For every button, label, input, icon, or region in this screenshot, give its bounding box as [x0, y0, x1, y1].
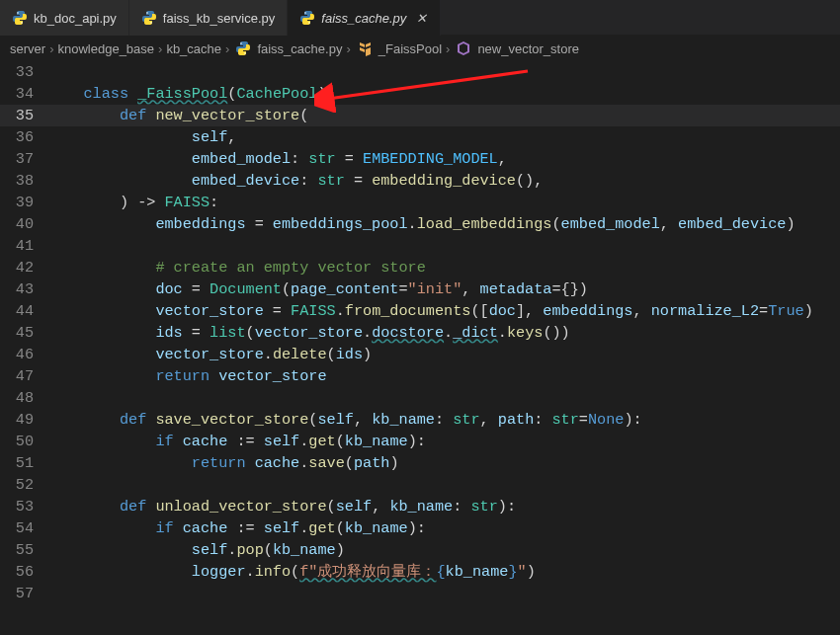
token: cache [183, 519, 228, 537]
token: ( [264, 541, 273, 559]
token: embed_device [678, 215, 786, 233]
line-number: 44 [0, 300, 47, 322]
token: := [227, 519, 263, 537]
token: self [317, 411, 353, 429]
method-icon [456, 40, 471, 56]
token: save [308, 454, 344, 472]
token: = [336, 150, 363, 168]
token: . [264, 346, 273, 363]
token: f"成功释放向量库： [299, 563, 436, 581]
breadcrumb-item[interactable]: _FaissPool [378, 41, 442, 56]
token: ) [363, 346, 372, 363]
token: = [345, 172, 372, 190]
breadcrumb-item[interactable]: kb_cache [166, 41, 221, 56]
token: path [354, 454, 389, 472]
token: ( [282, 280, 291, 298]
token: str [552, 411, 579, 429]
breadcrumb-item[interactable]: faiss_cache.py [257, 41, 342, 56]
token: pop [236, 541, 263, 559]
token: get [308, 519, 335, 537]
token: . [363, 324, 372, 342]
token: : [291, 150, 308, 168]
token: embed_model [561, 215, 660, 233]
line-number: 48 [0, 387, 47, 409]
line-number: 40 [0, 213, 47, 235]
tab-kb-doc-api[interactable]: kb_doc_api.py [0, 0, 129, 36]
breadcrumb-item[interactable]: knowledge_base [57, 41, 154, 56]
token: = [183, 324, 210, 342]
token: = [183, 280, 210, 298]
code-editor[interactable]: 33 34 class _FaissPool(CachePool): 35 de… [0, 61, 840, 604]
tab-faiss-cache[interactable]: faiss_cache.py ✕ [288, 0, 441, 36]
token: ) [804, 302, 813, 320]
token: { [436, 563, 445, 581]
token: save_vector_store [155, 411, 308, 429]
token: kb_name [345, 433, 408, 450]
token: , [498, 150, 507, 168]
token: . [246, 563, 255, 581]
token: embedding_device [372, 172, 516, 190]
token: . [299, 519, 308, 537]
token: if [155, 519, 182, 537]
token: Document [210, 280, 282, 298]
token: ): [317, 85, 335, 103]
svg-point-1 [21, 22, 23, 24]
token: ( [327, 346, 336, 363]
close-icon[interactable]: ✕ [414, 11, 428, 26]
token: = [759, 302, 768, 320]
line-number: 55 [0, 539, 47, 561]
svg-point-4 [304, 12, 306, 14]
token: = [246, 215, 273, 233]
python-file-icon [141, 10, 157, 26]
token: keys [507, 324, 543, 342]
token: None [588, 411, 624, 429]
line-number: 57 [0, 583, 47, 604]
token: ( [246, 324, 255, 342]
line-number: 34 [0, 83, 47, 105]
token: ): [624, 411, 641, 429]
token: = [398, 280, 407, 298]
token: kb_name [273, 541, 336, 559]
line-number: 52 [0, 474, 47, 496]
token: "init" [408, 280, 462, 298]
line-number: 36 [0, 126, 47, 148]
tab-faiss-kb-service[interactable]: faiss_kb_service.py [129, 0, 288, 36]
token: return [155, 367, 218, 385]
token: ids [155, 324, 182, 342]
python-file-icon [12, 10, 28, 26]
token: load_embeddings [417, 215, 552, 233]
token: , [660, 215, 678, 233]
token: FAISS [165, 194, 210, 211]
token: new_vector_store [155, 107, 299, 124]
breadcrumb-item[interactable]: server [10, 41, 45, 56]
token: docstore [372, 324, 444, 342]
token: ) [786, 215, 795, 233]
token: = [579, 411, 588, 429]
token: str [308, 150, 335, 168]
token: return [192, 454, 255, 472]
token: " [518, 563, 527, 581]
token: , [480, 411, 498, 429]
token: . [299, 433, 308, 450]
token: vector_store [155, 302, 263, 320]
token: cache [183, 433, 228, 450]
line-number: 35 [0, 105, 47, 126]
token: . [444, 324, 453, 342]
line-number: 56 [0, 561, 47, 583]
token: (), [516, 172, 543, 190]
token: kb_name [446, 563, 509, 581]
token: logger [192, 563, 246, 581]
line-number: 51 [0, 452, 47, 474]
token: ): [498, 498, 516, 516]
token: : [210, 194, 218, 211]
token: def [120, 498, 155, 516]
token: , [354, 411, 372, 429]
token: embeddings [543, 302, 632, 320]
breadcrumb-item[interactable]: new_vector_store [477, 41, 579, 56]
token: self [264, 519, 299, 537]
token: ([ [470, 302, 488, 320]
token: : [534, 411, 551, 429]
token: embed_model [192, 150, 291, 168]
token: str [317, 172, 344, 190]
token: ( [336, 433, 345, 450]
